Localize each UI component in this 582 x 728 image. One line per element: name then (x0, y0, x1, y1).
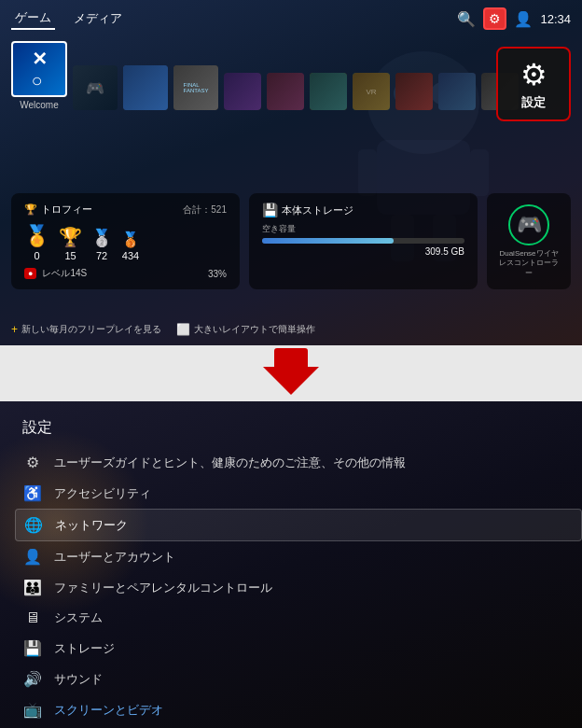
trophy-item-bronze: 🥉 434 (121, 231, 140, 261)
avatar-icon[interactable]: 👤 (514, 10, 533, 28)
settings-big-button[interactable]: ⚙ 設定 (496, 47, 571, 121)
settings-nav-icon[interactable]: ⚙ (483, 7, 506, 30)
settings-item-account[interactable]: 👤 ユーザーとアカウント (15, 541, 582, 572)
trophy-total: 合計：521 (183, 203, 227, 217)
stats-section: 🏆 トロフィー 合計：521 🏅 0 🏆 15 🥈 72 (11, 193, 571, 289)
level-text: レベル14S (42, 267, 87, 280)
tile-controller[interactable]: 🎮 (73, 65, 118, 110)
settings-item-network[interactable]: 🌐 ネットワーク (15, 509, 582, 541)
action-freeplay-label: 新しい毎月のフリープレイを見る (21, 323, 161, 336)
action-item-freeplay[interactable]: + 新しい毎月のフリープレイを見る (11, 323, 161, 336)
storage-settings-icon: 💾 (22, 639, 43, 657)
family-label: ファミリーとペアレンタルコントロール (54, 580, 272, 596)
settings-item-sound[interactable]: 🔊 サウンド (15, 664, 582, 694)
sound-icon: 🔊 (22, 670, 43, 688)
settings-list: ⚙ ユーザーズガイドとヒント、健康のためのご注意、その他の情報 ♿ アクセシビリ… (0, 447, 582, 725)
level-row: ● レベル14S 33% (24, 267, 227, 280)
svg-rect-3 (470, 149, 489, 196)
top-nav: ゲーム メディア 🔍 ⚙ 👤 12:34 (0, 0, 582, 37)
tile-game7[interactable] (395, 73, 433, 110)
trophy-header: 🏆 トロフィー 合計：521 (24, 203, 227, 217)
down-arrow (263, 367, 319, 395)
trophy-item-silver: 🥈 72 (91, 228, 112, 261)
tiles-row: ✕○ Welcome 🎮 FINALFANTASY VR (0, 37, 582, 110)
settings-item-family[interactable]: 👪 ファミリーとペアレンタルコントロール (15, 572, 582, 603)
tile-game2[interactable]: FINALFANTASY (173, 65, 218, 110)
level-pct: 33% (208, 269, 227, 279)
tile-game5[interactable] (310, 73, 347, 110)
controller-label: DualSenseワイヤレスコントローラー (496, 249, 561, 278)
settings-title: 設定 (0, 401, 582, 447)
level-badge: ● (24, 268, 36, 279)
settings-item-guide[interactable]: ⚙ ユーザーズガイドとヒント、健康のためのご注意、その他の情報 (15, 447, 582, 478)
account-icon: 👤 (22, 548, 43, 566)
family-icon: 👪 (22, 579, 43, 596)
tile-game4[interactable] (267, 73, 304, 110)
nav-tab-game[interactable]: ゲーム (11, 7, 55, 30)
guide-icon: ⚙ (22, 454, 43, 471)
tile-game3[interactable] (224, 73, 261, 110)
trophy-item-gold: 🏆 15 (59, 226, 82, 261)
storage-bar-fill (262, 238, 394, 244)
time-display: 12:34 (540, 12, 571, 26)
trophy-item-platinum: 🏅 0 (24, 224, 49, 261)
nav-icons: 🔍 ⚙ 👤 12:34 (457, 7, 571, 30)
storage-settings-label: ストレージ (54, 640, 115, 657)
account-label: ユーザーとアカウント (54, 549, 175, 566)
network-label: ネットワーク (55, 517, 128, 534)
search-icon[interactable]: 🔍 (457, 10, 476, 28)
settings-big-icon: ⚙ (520, 57, 547, 92)
sound-label: サウンド (54, 671, 103, 688)
settings-section: 設定 ⚙ ユーザーズガイドとヒント、健康のためのご注意、その他の情報 ♿ アクセ… (0, 401, 582, 728)
storage-size: 309.5 GB (262, 246, 464, 257)
controller-card: 🎮 DualSenseワイヤレスコントローラー (487, 193, 571, 289)
action-bar: + 新しい毎月のフリープレイを見る ⬜ 大きいレイアウトで簡単操作 (11, 323, 571, 336)
guide-label: ユーザーズガイドとヒント、健康のためのご注意、その他の情報 (54, 455, 406, 471)
storage-bar-background (262, 238, 464, 244)
accessibility-icon: ♿ (22, 484, 43, 502)
settings-item-storage[interactable]: 💾 ストレージ (15, 633, 582, 664)
trophy-card: 🏆 トロフィー 合計：521 🏅 0 🏆 15 🥈 72 (11, 193, 240, 289)
tile-game8[interactable] (438, 73, 476, 110)
svg-rect-2 (358, 149, 377, 196)
plus-icon: + (11, 323, 18, 336)
action-item-layout[interactable]: ⬜ 大きいレイアウトで簡単操作 (176, 323, 315, 336)
layout-icon: ⬜ (176, 323, 190, 336)
storage-card: 💾 本体ストレージ 空き容量 309.5 GB (249, 193, 478, 289)
trophy-icons: 🏅 0 🏆 15 🥈 72 🥉 434 (24, 224, 227, 261)
settings-item-screenvideo[interactable]: 📺 スクリーンとビデオ (15, 694, 582, 725)
system-label: システム (54, 609, 103, 626)
nav-tab-media[interactable]: メディア (70, 8, 126, 29)
controller-circle: 🎮 (508, 204, 549, 245)
screenvideo-icon: 📺 (22, 701, 43, 719)
network-icon: 🌐 (23, 516, 44, 534)
accessibility-label: アクセシビリティ (54, 485, 151, 502)
storage-icon: 💾 (262, 203, 278, 217)
tile-welcome-label: Welcome (20, 100, 59, 110)
trophy-title: 🏆 トロフィー (24, 203, 92, 217)
storage-header: 💾 本体ストレージ (262, 203, 464, 217)
action-layout-label: 大きいレイアウトで簡単操作 (194, 323, 315, 336)
settings-item-system[interactable]: 🖥 システム (15, 603, 582, 633)
settings-item-accessibility[interactable]: ♿ アクセシビリティ (15, 478, 582, 509)
tile-psn[interactable]: ✕○ (11, 41, 67, 97)
settings-big-label: 設定 (521, 94, 546, 111)
arrow-section (0, 345, 582, 401)
tile-game6[interactable]: VR (353, 73, 390, 110)
storage-title: 本体ストレージ (282, 203, 353, 217)
screenvideo-label: スクリーンとビデオ (54, 702, 163, 719)
system-icon: 🖥 (22, 609, 43, 626)
tile-game1[interactable] (123, 65, 168, 110)
top-section: ゲーム メディア 🔍 ⚙ 👤 12:34 ✕○ Welcome 🎮 FINALF… (0, 0, 582, 345)
storage-label: 空き容量 (262, 223, 464, 235)
